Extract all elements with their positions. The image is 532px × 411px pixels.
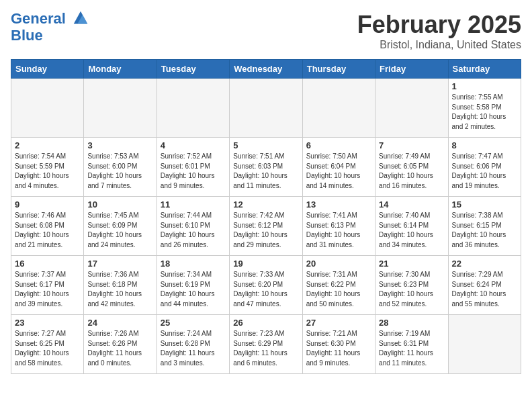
day-number: 23: [15, 318, 80, 328]
week-row-1: 1Sunrise: 7:55 AM Sunset: 5:58 PM Daylig…: [11, 79, 521, 138]
day-number: 1: [452, 81, 517, 91]
day-number: 12: [233, 199, 298, 210]
calendar-cell: 17Sunrise: 7:36 AM Sunset: 6:18 PM Dayli…: [84, 256, 157, 315]
day-info: Sunrise: 7:40 AM Sunset: 6:14 PM Dayligh…: [379, 211, 444, 250]
week-row-3: 9Sunrise: 7:46 AM Sunset: 6:08 PM Daylig…: [11, 197, 521, 256]
calendar-cell: 11Sunrise: 7:44 AM Sunset: 6:10 PM Dayli…: [157, 197, 229, 256]
day-info: Sunrise: 7:51 AM Sunset: 6:03 PM Dayligh…: [233, 152, 298, 191]
day-info: Sunrise: 7:52 AM Sunset: 6:01 PM Dayligh…: [161, 152, 226, 191]
calendar-cell: 5Sunrise: 7:51 AM Sunset: 6:03 PM Daylig…: [230, 138, 302, 197]
calendar-title: February 2025: [357, 11, 521, 39]
calendar-cell: [230, 79, 302, 138]
day-info: Sunrise: 7:27 AM Sunset: 6:25 PM Dayligh…: [15, 329, 80, 368]
calendar-cell: [302, 79, 375, 138]
calendar-cell: 14Sunrise: 7:40 AM Sunset: 6:14 PM Dayli…: [375, 197, 448, 256]
day-info: Sunrise: 7:44 AM Sunset: 6:10 PM Dayligh…: [161, 211, 226, 250]
day-number: 18: [161, 259, 226, 269]
calendar-cell: [375, 79, 448, 138]
calendar-cell: 13Sunrise: 7:41 AM Sunset: 6:13 PM Dayli…: [302, 197, 375, 256]
day-info: Sunrise: 7:26 AM Sunset: 6:26 PM Dayligh…: [87, 329, 152, 368]
day-info: Sunrise: 7:37 AM Sunset: 6:17 PM Dayligh…: [15, 270, 80, 309]
logo-text: General Blue: [11, 11, 90, 44]
calendar-cell: 24Sunrise: 7:26 AM Sunset: 6:26 PM Dayli…: [84, 315, 157, 374]
calendar-cell: 20Sunrise: 7:31 AM Sunset: 6:22 PM Dayli…: [302, 256, 375, 315]
day-info: Sunrise: 7:34 AM Sunset: 6:19 PM Dayligh…: [161, 270, 226, 309]
page-header: General Blue February 2025 Bristol, Indi…: [11, 11, 521, 51]
weekday-header-saturday: Saturday: [448, 60, 521, 79]
day-number: 20: [306, 259, 371, 269]
calendar-cell: 25Sunrise: 7:24 AM Sunset: 6:28 PM Dayli…: [157, 315, 229, 374]
calendar-cell: 19Sunrise: 7:33 AM Sunset: 6:20 PM Dayli…: [230, 256, 302, 315]
day-info: Sunrise: 7:30 AM Sunset: 6:23 PM Dayligh…: [379, 270, 444, 309]
calendar-cell: [157, 79, 229, 138]
title-block: February 2025 Bristol, Indiana, United S…: [357, 11, 521, 51]
day-number: 15: [452, 199, 517, 210]
day-number: 3: [87, 140, 152, 150]
day-number: 4: [161, 140, 226, 150]
day-info: Sunrise: 7:36 AM Sunset: 6:18 PM Dayligh…: [87, 270, 152, 309]
calendar-cell: 12Sunrise: 7:42 AM Sunset: 6:12 PM Dayli…: [230, 197, 302, 256]
day-number: 25: [161, 318, 226, 328]
weekday-header-friday: Friday: [375, 60, 448, 79]
day-info: Sunrise: 7:54 AM Sunset: 5:59 PM Dayligh…: [15, 152, 80, 191]
calendar-cell: 8Sunrise: 7:47 AM Sunset: 6:06 PM Daylig…: [448, 138, 521, 197]
calendar-cell: [11, 79, 84, 138]
day-info: Sunrise: 7:45 AM Sunset: 6:09 PM Dayligh…: [87, 211, 152, 250]
week-row-4: 16Sunrise: 7:37 AM Sunset: 6:17 PM Dayli…: [11, 256, 521, 315]
weekday-header-sunday: Sunday: [11, 60, 84, 79]
calendar-cell: 3Sunrise: 7:53 AM Sunset: 6:00 PM Daylig…: [84, 138, 157, 197]
day-number: 17: [87, 259, 152, 269]
logo-blue: Blue: [11, 27, 43, 44]
day-info: Sunrise: 7:47 AM Sunset: 6:06 PM Dayligh…: [452, 152, 517, 191]
weekday-header-wednesday: Wednesday: [230, 60, 302, 79]
day-info: Sunrise: 7:23 AM Sunset: 6:29 PM Dayligh…: [233, 329, 298, 368]
weekday-header-tuesday: Tuesday: [157, 60, 229, 79]
calendar-cell: 15Sunrise: 7:38 AM Sunset: 6:15 PM Dayli…: [448, 197, 521, 256]
day-number: 22: [452, 259, 517, 269]
logo-icon: [71, 9, 90, 28]
logo: General Blue: [11, 11, 90, 44]
day-number: 21: [379, 259, 444, 269]
day-info: Sunrise: 7:55 AM Sunset: 5:58 PM Dayligh…: [452, 93, 517, 132]
day-number: 27: [306, 318, 371, 328]
week-row-5: 23Sunrise: 7:27 AM Sunset: 6:25 PM Dayli…: [11, 315, 521, 374]
day-info: Sunrise: 7:50 AM Sunset: 6:04 PM Dayligh…: [306, 152, 371, 191]
day-number: 28: [379, 318, 444, 328]
day-number: 24: [87, 318, 152, 328]
calendar-cell: 22Sunrise: 7:29 AM Sunset: 6:24 PM Dayli…: [448, 256, 521, 315]
day-info: Sunrise: 7:53 AM Sunset: 6:00 PM Dayligh…: [87, 152, 152, 191]
calendar-cell: [84, 79, 157, 138]
calendar-cell: 7Sunrise: 7:49 AM Sunset: 6:05 PM Daylig…: [375, 138, 448, 197]
day-number: 14: [379, 199, 444, 210]
day-number: 2: [15, 140, 80, 150]
calendar-cell: 27Sunrise: 7:21 AM Sunset: 6:30 PM Dayli…: [302, 315, 375, 374]
calendar-cell: 23Sunrise: 7:27 AM Sunset: 6:25 PM Dayli…: [11, 315, 84, 374]
day-info: Sunrise: 7:46 AM Sunset: 6:08 PM Dayligh…: [15, 211, 80, 250]
logo-general: General: [11, 10, 66, 27]
calendar-table: SundayMondayTuesdayWednesdayThursdayFrid…: [11, 59, 521, 374]
day-number: 9: [15, 199, 80, 210]
calendar-cell: 21Sunrise: 7:30 AM Sunset: 6:23 PM Dayli…: [375, 256, 448, 315]
day-info: Sunrise: 7:31 AM Sunset: 6:22 PM Dayligh…: [306, 270, 371, 309]
day-info: Sunrise: 7:19 AM Sunset: 6:31 PM Dayligh…: [379, 329, 444, 368]
calendar-cell: 1Sunrise: 7:55 AM Sunset: 5:58 PM Daylig…: [448, 79, 521, 138]
calendar-cell: 10Sunrise: 7:45 AM Sunset: 6:09 PM Dayli…: [84, 197, 157, 256]
calendar-cell: 6Sunrise: 7:50 AM Sunset: 6:04 PM Daylig…: [302, 138, 375, 197]
day-number: 13: [306, 199, 371, 210]
calendar-cell: 4Sunrise: 7:52 AM Sunset: 6:01 PM Daylig…: [157, 138, 229, 197]
day-number: 7: [379, 140, 444, 150]
calendar-cell: 9Sunrise: 7:46 AM Sunset: 6:08 PM Daylig…: [11, 197, 84, 256]
weekday-header-row: SundayMondayTuesdayWednesdayThursdayFrid…: [11, 60, 521, 79]
weekday-header-thursday: Thursday: [302, 60, 375, 79]
calendar-cell: 2Sunrise: 7:54 AM Sunset: 5:59 PM Daylig…: [11, 138, 84, 197]
day-info: Sunrise: 7:42 AM Sunset: 6:12 PM Dayligh…: [233, 211, 298, 250]
day-info: Sunrise: 7:29 AM Sunset: 6:24 PM Dayligh…: [452, 270, 517, 309]
weekday-header-monday: Monday: [84, 60, 157, 79]
day-info: Sunrise: 7:24 AM Sunset: 6:28 PM Dayligh…: [161, 329, 226, 368]
calendar-cell: 28Sunrise: 7:19 AM Sunset: 6:31 PM Dayli…: [375, 315, 448, 374]
day-number: 16: [15, 259, 80, 269]
day-number: 19: [233, 259, 298, 269]
day-info: Sunrise: 7:38 AM Sunset: 6:15 PM Dayligh…: [452, 211, 517, 250]
calendar-subtitle: Bristol, Indiana, United States: [357, 39, 521, 51]
day-number: 6: [306, 140, 371, 150]
